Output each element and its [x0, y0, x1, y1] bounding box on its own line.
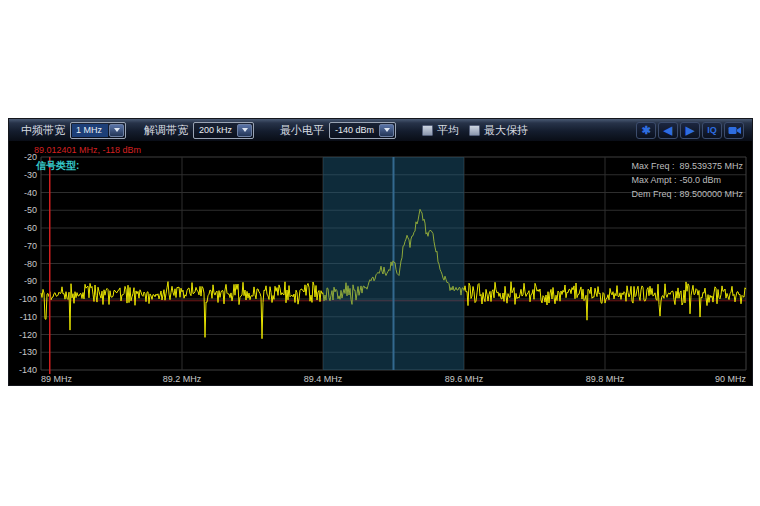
spectrum-analyzer-window: 中频带宽 1 MHz 解调带宽 200 kHz 最小电平 -140 dBm 平均… — [8, 118, 753, 386]
max-freq-row: Max Freq89.539375 MHz — [631, 159, 743, 173]
svg-text:89.4 MHz: 89.4 MHz — [304, 374, 343, 384]
svg-text:89 MHz: 89 MHz — [41, 374, 73, 384]
svg-text:90 MHz: 90 MHz — [715, 374, 747, 384]
max-hold-checkbox[interactable]: 最大保持 — [469, 123, 528, 138]
max-ampt-value: -50.0 dBm — [679, 175, 721, 185]
iq-label: IQ — [707, 126, 717, 135]
svg-text:89.6 MHz: 89.6 MHz — [445, 374, 484, 384]
snowflake-icon: ✱ — [641, 125, 650, 136]
arrow-left-icon: ◀ — [664, 125, 672, 136]
demod-bandwidth-select[interactable]: 200 kHz — [193, 122, 254, 139]
svg-text:-70: -70 — [24, 241, 37, 251]
max-ampt-label: Max Ampt — [631, 173, 679, 187]
dem-freq-value: 89.500000 MHz — [679, 189, 743, 199]
arrow-right-icon: ▶ — [686, 125, 694, 136]
if-bandwidth-value: 1 MHz — [72, 124, 108, 137]
spectrum-panel: -20-30-40-50-60-70-80-90-100-110-120-130… — [9, 142, 752, 385]
max-freq-value: 89.539375 MHz — [679, 161, 743, 171]
next-button[interactable]: ▶ — [680, 122, 700, 139]
camera-icon — [728, 125, 741, 136]
chevron-down-icon[interactable] — [237, 124, 252, 137]
svg-text:89.2 MHz: 89.2 MHz — [163, 374, 202, 384]
svg-text:-110: -110 — [20, 312, 37, 322]
marker-readout: 89.012401 MHz, -118 dBm — [34, 145, 141, 155]
average-checkbox[interactable]: 平均 — [422, 123, 459, 138]
svg-text:89.8 MHz: 89.8 MHz — [586, 374, 625, 384]
chevron-down-icon[interactable] — [109, 124, 124, 137]
prev-button[interactable]: ◀ — [658, 122, 678, 139]
svg-text:-80: -80 — [24, 259, 37, 269]
svg-text:-120: -120 — [19, 330, 37, 340]
min-level-label: 最小电平 — [280, 123, 324, 138]
demod-bandwidth-label: 解调带宽 — [144, 123, 188, 138]
max-hold-label: 最大保持 — [484, 123, 528, 138]
chevron-down-icon[interactable] — [379, 124, 394, 137]
svg-text:-130: -130 — [19, 347, 37, 357]
signal-type-label: 信号类型: — [36, 159, 79, 173]
max-freq-label: Max Freq — [631, 159, 679, 173]
svg-text:-90: -90 — [24, 276, 37, 286]
toolbar-button-group: ✱ ◀ ▶ IQ — [634, 122, 744, 139]
measurement-info: Max Freq89.539375 MHz Max Ampt-50.0 dBm … — [631, 159, 743, 201]
iq-button[interactable]: IQ — [702, 122, 722, 139]
svg-text:-60: -60 — [24, 223, 37, 233]
checkbox-icon[interactable] — [469, 125, 480, 136]
svg-text:-50: -50 — [24, 205, 37, 215]
average-label: 平均 — [437, 123, 459, 138]
if-bandwidth-label: 中频带宽 — [21, 123, 65, 138]
toolbar: 中频带宽 1 MHz 解调带宽 200 kHz 最小电平 -140 dBm 平均… — [9, 119, 752, 142]
checkbox-icon[interactable] — [422, 125, 433, 136]
demod-bandwidth-value: 200 kHz — [195, 124, 236, 137]
freeze-button[interactable]: ✱ — [636, 122, 656, 139]
min-level-value: -140 dBm — [331, 124, 378, 137]
svg-text:-100: -100 — [19, 294, 37, 304]
svg-text:-40: -40 — [24, 188, 37, 198]
dem-freq-label: Dem Freq — [631, 187, 679, 201]
svg-text:-140: -140 — [19, 365, 37, 375]
record-button[interactable] — [724, 122, 744, 139]
min-level-select[interactable]: -140 dBm — [329, 122, 396, 139]
if-bandwidth-select[interactable]: 1 MHz — [70, 122, 126, 139]
dem-freq-row: Dem Freq89.500000 MHz — [631, 187, 743, 201]
max-ampt-row: Max Ampt-50.0 dBm — [631, 173, 743, 187]
